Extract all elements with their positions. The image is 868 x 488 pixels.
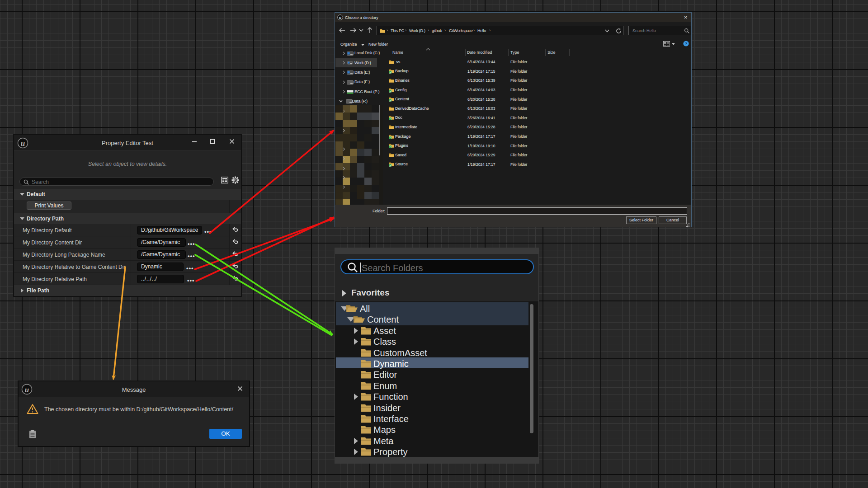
- svg-text:?: ?: [685, 42, 687, 46]
- svg-text:u: u: [339, 15, 341, 20]
